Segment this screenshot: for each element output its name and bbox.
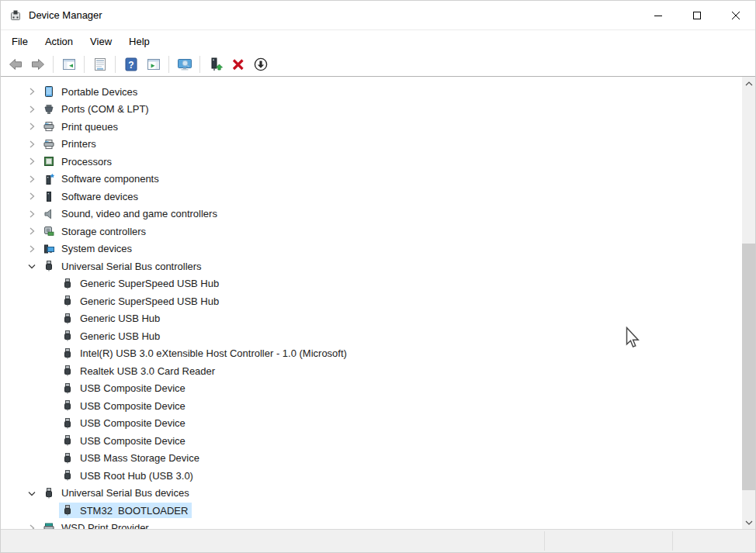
chevron-right-icon[interactable] (26, 155, 38, 168)
tree-item-usb-composite-device[interactable]: USB Composite Device (1, 415, 742, 433)
uninstall-button[interactable] (227, 54, 249, 74)
action-pane-button[interactable] (142, 54, 165, 74)
chevron-right-icon[interactable] (26, 225, 38, 237)
tree-item-content[interactable]: WSD Print Provider (40, 520, 153, 529)
chevron-spacer (44, 313, 57, 325)
tree-item-printers[interactable]: Printers (1, 136, 742, 154)
properties-button[interactable] (88, 54, 111, 74)
tree-item-processors[interactable]: Processors (1, 153, 742, 171)
portable-devices-icon (43, 85, 55, 98)
tree-item-content[interactable]: Ports (COM & LPT) (40, 102, 153, 117)
scroll-down-button[interactable] (742, 516, 755, 529)
back-button[interactable] (4, 54, 26, 74)
chevron-right-icon[interactable] (26, 208, 38, 220)
tree-item-intel-r-usb-3-0-extensible-host-controller-1-0-microsoft[interactable]: Intel(R) USB 3.0 eXtensible Host Control… (1, 345, 742, 363)
tree-item-usb-root-hub-usb-3-0[interactable]: USB Root Hub (USB 3.0) (1, 467, 742, 485)
tree-item-usb-composite-device[interactable]: USB Composite Device (1, 432, 742, 450)
vertical-scrollbar[interactable] (742, 77, 755, 529)
menu-help[interactable]: Help (120, 33, 158, 50)
scroll-up-button[interactable] (742, 77, 755, 90)
help-button[interactable]: ? (120, 54, 142, 74)
tree-item-storage-controllers[interactable]: Storage controllers (1, 223, 742, 240)
chevron-right-icon[interactable] (26, 120, 38, 133)
tree-item-content[interactable]: Universal Serial Bus devices (40, 486, 193, 501)
tree-item-stm32-bootloader[interactable]: STM32 BOOTLOADER (1, 502, 742, 520)
tree-item-content[interactable]: Printers (40, 137, 100, 152)
tree-item-label: Universal Serial Bus controllers (61, 261, 202, 272)
tree-item-content[interactable]: USB Root Hub (USB 3.0) (59, 468, 197, 483)
tree-item-content[interactable]: Generic SuperSpeed USB Hub (59, 293, 223, 309)
tree-item-generic-usb-hub[interactable]: Generic USB Hub (1, 327, 742, 345)
tree-item-content[interactable]: Universal Serial Bus controllers (40, 258, 206, 274)
tree-item-content[interactable]: Storage controllers (40, 223, 150, 239)
chevron-right-icon[interactable] (26, 173, 38, 185)
update-driver-button[interactable] (204, 54, 227, 74)
storage-controller-icon (43, 225, 55, 237)
tree-item-label: Generic USB Hub (80, 313, 160, 324)
usb-icon (61, 434, 74, 447)
tree-item-usb-mass-storage-device[interactable]: USB Mass Storage Device (1, 450, 742, 468)
tree-item-ports-com-lpt[interactable]: Ports (COM & LPT) (1, 101, 742, 119)
menu-action[interactable]: Action (36, 33, 81, 50)
tree-item-system-devices[interactable]: System devices (1, 240, 742, 258)
tree-item-content[interactable]: USB Composite Device (59, 398, 189, 413)
tree-item-universal-serial-bus-devices[interactable]: Universal Serial Bus devices (1, 485, 742, 503)
disable-device-button[interactable] (249, 54, 272, 74)
maximize-button[interactable] (678, 1, 716, 29)
scrollbar-thumb[interactable] (742, 244, 755, 490)
tree-item-realtek-usb-3-0-card-reader[interactable]: Realtek USB 3.0 Card Reader (1, 362, 742, 380)
tree-item-content[interactable]: Realtek USB 3.0 Card Reader (59, 363, 219, 378)
usb-icon (61, 504, 74, 517)
tree-item-label: Universal Serial Bus devices (61, 487, 189, 499)
tree-item-usb-composite-device[interactable]: USB Composite Device (1, 380, 742, 398)
menu-view[interactable]: View (81, 33, 120, 50)
tree-item-content[interactable]: USB Composite Device (59, 381, 189, 396)
tree-item-sound-video-and-game-controllers[interactable]: Sound, video and game controllers (1, 206, 742, 223)
tree-item-content[interactable]: Sound, video and game controllers (40, 206, 221, 222)
tree-item-label: USB Mass Storage Device (80, 452, 199, 464)
scan-hardware-button[interactable] (173, 54, 196, 74)
tree-item-universal-serial-bus-controllers[interactable]: Universal Serial Bus controllers (1, 257, 742, 275)
usb-icon (61, 347, 74, 360)
tree-item-content[interactable]: STM32 BOOTLOADER (59, 503, 192, 518)
usb-icon (61, 365, 74, 377)
tree-item-content[interactable]: Software components (40, 171, 163, 187)
tree-item-content[interactable]: USB Mass Storage Device (59, 451, 203, 466)
tree-item-software-components[interactable]: Software components (1, 171, 742, 188)
tree-item-generic-usb-hub[interactable]: Generic USB Hub (1, 310, 742, 328)
tree-item-content[interactable]: USB Composite Device (59, 433, 189, 448)
tree-item-generic-superspeed-usb-hub[interactable]: Generic SuperSpeed USB Hub (1, 292, 742, 310)
tree-item-software-devices[interactable]: Software devices (1, 188, 742, 206)
forward-button[interactable] (26, 54, 49, 74)
tree-item-wsd-print-provider[interactable]: WSD Print Provider (1, 520, 742, 530)
tree-item-generic-superspeed-usb-hub[interactable]: Generic SuperSpeed USB Hub (1, 275, 742, 293)
tree-item-content[interactable]: Processors (40, 154, 116, 169)
statusbar-pane-divider (544, 531, 545, 551)
close-icon (731, 11, 740, 20)
tree-item-content[interactable]: Generic SuperSpeed USB Hub (59, 276, 223, 292)
tree-item-content[interactable]: Intel(R) USB 3.0 eXtensible Host Control… (59, 346, 351, 361)
tree-item-print-queues[interactable]: Print queues (1, 118, 742, 136)
chevron-down-icon[interactable] (26, 260, 38, 272)
tree-item-content[interactable]: Portable Devices (40, 84, 141, 99)
chevron-right-icon[interactable] (26, 243, 38, 255)
chevron-right-icon[interactable] (26, 190, 38, 202)
tree-item-usb-composite-device[interactable]: USB Composite Device (1, 397, 742, 415)
show-console-tree-button[interactable] (57, 54, 80, 74)
tree-item-content[interactable]: USB Composite Device (59, 416, 189, 431)
menu-file[interactable]: File (3, 33, 36, 50)
chevron-right-icon[interactable] (26, 138, 38, 150)
minimize-button[interactable] (639, 1, 678, 29)
toolbar-group: ? (118, 54, 166, 74)
chevron-right-icon[interactable] (26, 85, 38, 98)
tree-item-portable-devices[interactable]: Portable Devices (1, 83, 742, 101)
chevron-down-icon[interactable] (26, 487, 38, 499)
tree-item-content[interactable]: System devices (40, 241, 136, 257)
tree-item-content[interactable]: Generic USB Hub (59, 328, 164, 344)
chevron-right-icon[interactable] (26, 522, 38, 529)
tree-item-content[interactable]: Generic USB Hub (59, 311, 164, 327)
tree-item-content[interactable]: Print queues (40, 119, 122, 134)
tree-item-content[interactable]: Software devices (40, 188, 142, 204)
close-button[interactable] (716, 1, 755, 29)
chevron-right-icon[interactable] (26, 103, 38, 116)
